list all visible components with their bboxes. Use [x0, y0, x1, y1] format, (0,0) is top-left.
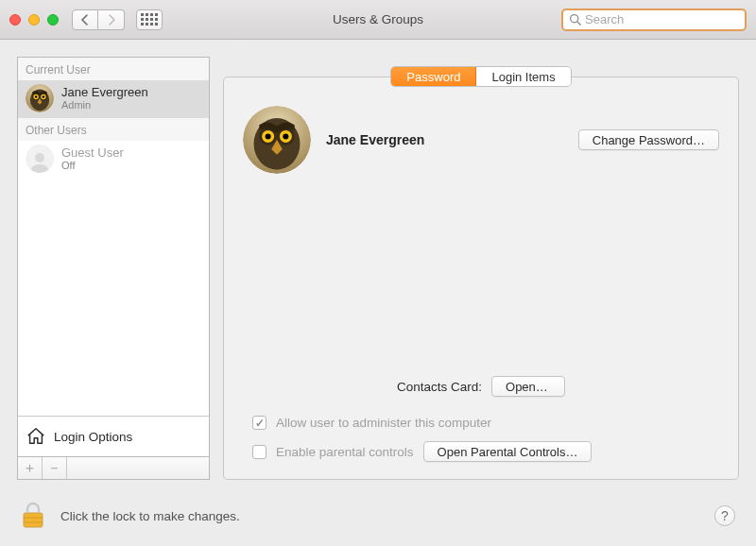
user-role: Admin — [61, 99, 148, 111]
forward-button[interactable] — [98, 9, 125, 30]
user-name: Jane Evergreen — [61, 85, 148, 100]
other-users-header: Other Users — [18, 118, 209, 141]
display-name: Jane Evergreen — [326, 132, 563, 147]
parental-row: Enable parental controls Open Parental C… — [252, 441, 719, 462]
sidebar-user-current[interactable]: Jane Evergreen Admin — [18, 80, 209, 118]
user-status: Off — [61, 160, 124, 172]
change-password-button[interactable]: Change Password… — [578, 129, 719, 150]
footer: Click the lock to make changes. ? — [0, 486, 756, 546]
spacer — [18, 179, 209, 416]
tab-login-items[interactable]: Login Items — [476, 67, 570, 86]
admin-checkbox-row: Allow user to administer this computer — [252, 416, 719, 430]
user-meta: Guest User Off — [61, 145, 124, 173]
avatar — [26, 145, 54, 173]
lock-hint: Click the lock to make changes. — [60, 509, 240, 523]
login-options[interactable]: Login Options — [18, 416, 209, 456]
svg-point-9 — [43, 95, 45, 98]
avatar — [26, 84, 54, 112]
open-parental-controls-button[interactable]: Open Parental Controls… — [423, 441, 593, 462]
preferences-window: Users & Groups Current User — [0, 0, 756, 546]
house-icon — [26, 426, 46, 447]
sidebar-footer: ＋ － — [17, 457, 210, 480]
svg-point-18 — [283, 133, 288, 139]
user-list: Current User — [17, 57, 210, 457]
sidebar-footer-spacer — [67, 457, 209, 479]
help-button[interactable]: ? — [714, 505, 735, 526]
remove-user-button[interactable]: － — [43, 457, 67, 479]
sidebar: Current User — [17, 57, 210, 480]
svg-point-8 — [35, 95, 38, 98]
svg-line-1 — [577, 22, 580, 25]
admin-checkbox-label: Allow user to administer this computer — [276, 416, 491, 430]
add-user-button[interactable]: ＋ — [18, 457, 43, 479]
close-window-button[interactable] — [9, 14, 21, 26]
back-button[interactable] — [72, 9, 98, 30]
search-input[interactable] — [585, 12, 739, 26]
tabs: Password Login Items — [390, 66, 571, 87]
user-name: Guest User — [61, 145, 124, 161]
lock-icon[interactable] — [21, 502, 45, 530]
main: Password Login Items — [223, 57, 739, 480]
search-icon — [569, 13, 581, 26]
columns: Current User — [0, 40, 756, 486]
show-all-button[interactable] — [136, 9, 163, 30]
panel: Jane Evergreen Change Password… Contacts… — [223, 77, 739, 480]
body: Current User — [0, 40, 756, 546]
parental-checkbox-label: Enable parental controls — [276, 445, 414, 459]
user-meta: Jane Evergreen Admin — [61, 85, 148, 112]
login-options-label: Login Options — [54, 430, 132, 444]
parental-checkbox[interactable] — [252, 445, 266, 459]
svg-rect-19 — [24, 513, 43, 527]
minimize-window-button[interactable] — [28, 14, 40, 26]
open-contacts-button[interactable]: Open… — [491, 376, 565, 397]
titlebar: Users & Groups — [0, 0, 756, 40]
nav-buttons — [72, 9, 125, 30]
contacts-row: Contacts Card: Open… — [243, 376, 719, 397]
sidebar-user-guest[interactable]: Guest User Off — [18, 141, 209, 179]
search-field[interactable] — [561, 9, 747, 31]
identity-row: Jane Evergreen Change Password… — [243, 106, 719, 174]
contacts-label: Contacts Card: — [397, 380, 482, 394]
tab-password[interactable]: Password — [391, 67, 476, 86]
current-user-header: Current User — [18, 58, 209, 80]
svg-point-10 — [35, 153, 44, 162]
window-controls — [9, 14, 59, 26]
avatar-large[interactable] — [243, 106, 311, 174]
grid-icon — [141, 13, 158, 26]
admin-checkbox[interactable] — [252, 416, 266, 430]
zoom-window-button[interactable] — [47, 14, 59, 26]
svg-point-17 — [266, 133, 271, 139]
